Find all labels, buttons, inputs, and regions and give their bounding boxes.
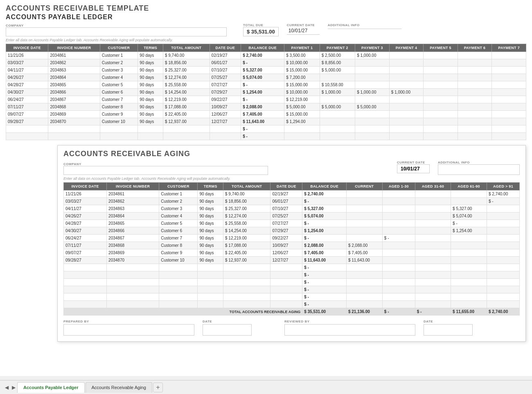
ap-cell-r2-c4[interactable]: $ 25,327.00 (163, 67, 210, 74)
ara-cell-r12-c1[interactable] (107, 279, 159, 286)
ap-cell-r4-c3[interactable]: 90 days (138, 81, 163, 89)
ara-cell-r1-c5[interactable]: 06/01/27 (271, 198, 302, 205)
ara-cell-r7-c10[interactable] (451, 242, 487, 249)
ap-cell-r6-c9[interactable] (355, 96, 390, 103)
ap-cell-r10-c10[interactable] (389, 125, 424, 133)
ap-cell-r11-c13[interactable] (492, 133, 526, 140)
ara-cell-r4-c0[interactable]: 04/28/27 (64, 220, 107, 227)
ara-cell-r6-c0[interactable]: 06/24/27 (64, 235, 107, 242)
ara-cell-r12-c10[interactable] (451, 279, 487, 286)
ara-cell-r9-c10[interactable] (451, 257, 487, 264)
ara-cell-r13-c9[interactable] (415, 286, 451, 293)
ara-cell-r10-c9[interactable] (415, 264, 451, 271)
ap-cell-r10-c13[interactable] (492, 125, 526, 133)
ap-cell-r9-c9[interactable] (355, 118, 390, 125)
ap-cell-r6-c11[interactable] (424, 96, 458, 103)
ara-cell-r0-c2[interactable]: Customer 1 (159, 190, 198, 198)
ara-cell-r3-c1[interactable]: 2034864 (107, 213, 159, 220)
ap-cell-r2-c10[interactable] (389, 67, 424, 74)
ap-cell-r5-c9[interactable]: $ 1,000.00 (355, 89, 390, 96)
ap-cell-r8-c11[interactable] (424, 111, 458, 118)
ap-cell-r0-c13[interactable] (492, 52, 526, 59)
ara-cell-r5-c0[interactable]: 04/30/27 (64, 227, 107, 235)
ap-cell-r10-c1[interactable] (48, 125, 100, 133)
ara-cell-r10-c11[interactable] (487, 264, 519, 271)
reviewed-by-line[interactable] (284, 324, 415, 336)
ara-cell-r0-c6[interactable]: $ 2,740.00 (302, 190, 347, 198)
ap-cell-r0-c11[interactable] (424, 52, 458, 59)
ara-cell-r10-c1[interactable] (107, 264, 159, 271)
ara-cell-r12-c7[interactable] (346, 279, 382, 286)
ara-cell-r7-c0[interactable]: 07/11/27 (64, 242, 107, 249)
ap-cell-r5-c3[interactable]: 90 days (138, 89, 163, 96)
ara-cell-r4-c4[interactable]: $ 25,558.00 (223, 220, 270, 227)
ap-cell-r7-c9[interactable]: $ 5,000.00 (355, 103, 390, 111)
ap-cell-r7-c11[interactable] (424, 103, 458, 111)
ap-cell-r8-c0[interactable]: 09/07/27 (6, 111, 48, 118)
ap-cell-r1-c11[interactable] (424, 59, 458, 67)
ap-cell-r4-c9[interactable] (355, 81, 390, 89)
ara-cell-r2-c0[interactable]: 04/11/27 (64, 205, 107, 213)
ara-cell-r14-c8[interactable] (382, 293, 415, 301)
ara-cell-r11-c6[interactable]: $ - (302, 271, 347, 279)
ara-cell-r7-c6[interactable]: $ 2,088.00 (302, 242, 347, 249)
ara-cell-r12-c11[interactable] (487, 279, 519, 286)
ap-cell-r3-c0[interactable]: 04/26/27 (6, 74, 48, 81)
ara-cell-r8-c6[interactable]: $ 7,405.00 (302, 249, 347, 257)
ara-cell-r0-c10[interactable] (451, 190, 487, 198)
ara-cell-r9-c11[interactable] (487, 257, 519, 264)
ap-cell-r3-c6[interactable]: $ 5,074.00 (241, 74, 284, 81)
ara-cell-r10-c5[interactable] (271, 264, 302, 271)
ara-cell-r10-c0[interactable] (64, 264, 107, 271)
ara-cell-r1-c11[interactable]: $ - (487, 198, 519, 205)
ap-cell-r6-c1[interactable]: 2034867 (48, 96, 100, 103)
ara-cell-r1-c7[interactable] (346, 198, 382, 205)
ara-cell-r14-c2[interactable] (159, 293, 198, 301)
ap-cell-r3-c10[interactable] (389, 74, 424, 81)
ap-cell-r8-c3[interactable]: 90 days (138, 111, 163, 118)
ara-cell-r2-c6[interactable]: $ 5,327.00 (302, 205, 347, 213)
ap-cell-r5-c2[interactable]: Customer 6 (100, 89, 138, 96)
ara-cell-r13-c2[interactable] (159, 286, 198, 293)
ara-cell-r4-c10[interactable]: $ - (451, 220, 487, 227)
ap-cell-r4-c8[interactable]: $ 10,558.00 (320, 81, 355, 89)
ara-cell-r15-c1[interactable] (107, 301, 159, 308)
ara-cell-r6-c10[interactable] (451, 235, 487, 242)
ap-cell-r6-c3[interactable]: 90 days (138, 96, 163, 103)
ap-cell-r4-c11[interactable] (424, 81, 458, 89)
ap-cell-r0-c4[interactable]: $ 9,740.00 (163, 52, 210, 59)
ara-cell-r5-c11[interactable] (487, 227, 519, 235)
ara-cell-r1-c6[interactable]: $ - (302, 198, 347, 205)
ap-cell-r0-c5[interactable]: 02/19/27 (210, 52, 241, 59)
ara-cell-r6-c4[interactable]: $ 12,219.00 (223, 235, 270, 242)
ara-cell-r10-c4[interactable] (223, 264, 270, 271)
ara-cell-r3-c11[interactable] (487, 213, 519, 220)
ap-cell-r2-c3[interactable]: 90 days (138, 67, 163, 74)
ap-cell-r11-c4[interactable] (163, 133, 210, 140)
ara-cell-r15-c7[interactable] (346, 301, 382, 308)
ara-cell-r3-c2[interactable]: Customer 4 (159, 213, 198, 220)
ap-cell-r0-c6[interactable]: $ 2,740.00 (241, 52, 284, 59)
ap-cell-r2-c13[interactable] (492, 67, 526, 74)
ara-cell-r3-c10[interactable]: $ 5,074.00 (451, 213, 487, 220)
ap-cell-r4-c0[interactable]: 04/28/27 (6, 81, 48, 89)
ara-cell-r2-c4[interactable]: $ 25,327.00 (223, 205, 270, 213)
ara-cell-r13-c4[interactable] (223, 286, 270, 293)
ap-cell-r7-c7[interactable]: $ 5,000.00 (284, 103, 320, 111)
ara-cell-r3-c9[interactable] (415, 213, 451, 220)
ap-cell-r9-c1[interactable]: 2034870 (48, 118, 100, 125)
ara-cell-r4-c1[interactable]: 2034865 (107, 220, 159, 227)
ap-cell-r11-c10[interactable] (389, 133, 424, 140)
ara-cell-r1-c2[interactable]: Customer 2 (159, 198, 198, 205)
ara-cell-r9-c6[interactable]: $ 11,643.00 (302, 257, 347, 264)
ap-cell-r7-c3[interactable]: 90 days (138, 103, 163, 111)
ara-cell-r7-c8[interactable] (382, 242, 415, 249)
ara-cell-r6-c9[interactable] (415, 235, 451, 242)
ap-cell-r3-c3[interactable]: 90 days (138, 74, 163, 81)
ara-cell-r15-c9[interactable] (415, 301, 451, 308)
ap-cell-r4-c6[interactable]: $ - (241, 81, 284, 89)
ap-cell-r1-c4[interactable]: $ 18,856.00 (163, 59, 210, 67)
ap-cell-r0-c9[interactable]: $ 1,000.00 (355, 52, 390, 59)
ara-cell-r3-c8[interactable] (382, 213, 415, 220)
ap-cell-r2-c8[interactable]: $ 5,000.00 (320, 67, 355, 74)
